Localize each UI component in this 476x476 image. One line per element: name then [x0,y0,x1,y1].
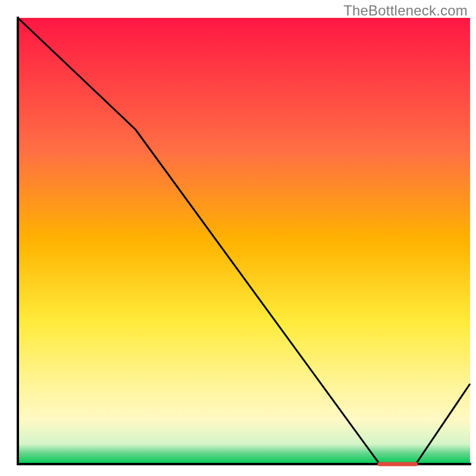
watermark-text: TheBottleneck.com [343,2,468,19]
bottleneck-chart [0,0,476,476]
plot-background [18,18,470,464]
chart-container: TheBottleneck.com [0,0,476,476]
